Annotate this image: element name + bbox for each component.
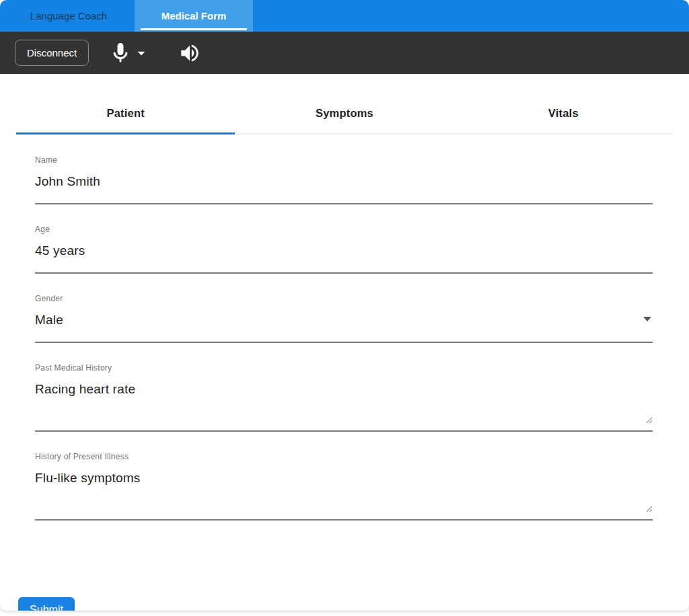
patient-fields: Name John Smith Age 45 years Gender Male…: [35, 155, 653, 521]
tab-symptoms[interactable]: Symptoms: [235, 96, 454, 133]
dropdown-arrow-icon[interactable]: [643, 317, 651, 321]
top-tab-language-coach-label: Language Coach: [30, 10, 107, 22]
app-window: Language Coach Medical Form Disconnect: [0, 0, 689, 611]
top-tab-language-coach[interactable]: Language Coach: [9, 0, 128, 32]
name-input[interactable]: John Smith: [35, 174, 653, 189]
past-medical-history-field: Past Medical History Racing heart rate: [35, 363, 653, 432]
tab-vitals-label: Vitals: [548, 107, 579, 119]
tab-patient-label: Patient: [106, 107, 144, 119]
gender-select[interactable]: Male: [35, 313, 653, 328]
call-toolbar: Disconnect: [0, 32, 689, 74]
past-medical-history-textarea[interactable]: Racing heart rate: [35, 382, 653, 397]
microphone-icon[interactable]: [108, 41, 133, 65]
speaker-icon[interactable]: [178, 42, 201, 65]
gender-field: Gender Male: [35, 294, 653, 343]
tab-patient[interactable]: Patient: [16, 96, 235, 133]
chevron-down-icon[interactable]: [133, 44, 150, 62]
speaker-control[interactable]: [178, 42, 201, 65]
tab-vitals[interactable]: Vitals: [454, 96, 673, 133]
top-tab-medical-form-label: Medical Form: [161, 10, 227, 22]
submit-button[interactable]: Submit: [18, 597, 75, 611]
disconnect-button[interactable]: Disconnect: [15, 40, 89, 66]
top-tab-bar: Language Coach Medical Form: [0, 0, 689, 32]
form-content: Patient Symptoms Vitals Name John Smith …: [0, 74, 689, 611]
past-medical-history-label: Past Medical History: [35, 363, 653, 373]
history-present-illness-field: History of Present Illness Flu-like symp…: [35, 452, 653, 521]
gender-field-label: Gender: [35, 294, 653, 303]
form-tab-bar: Patient Symptoms Vitals: [16, 96, 673, 134]
tab-symptoms-label: Symptoms: [316, 107, 373, 119]
history-present-illness-label: History of Present Illness: [35, 452, 653, 461]
name-field-label: Name: [35, 155, 653, 165]
resize-handle-icon[interactable]: [645, 502, 652, 514]
age-field-label: Age: [35, 225, 653, 234]
age-input[interactable]: 45 years: [35, 243, 653, 258]
age-field: Age 45 years: [35, 225, 653, 274]
microphone-control[interactable]: [108, 41, 150, 65]
name-field: Name John Smith: [35, 155, 653, 204]
resize-handle-icon[interactable]: [645, 414, 652, 426]
history-present-illness-textarea[interactable]: Flu-like symptoms: [35, 471, 653, 486]
top-tab-medical-form[interactable]: Medical Form: [135, 0, 253, 32]
